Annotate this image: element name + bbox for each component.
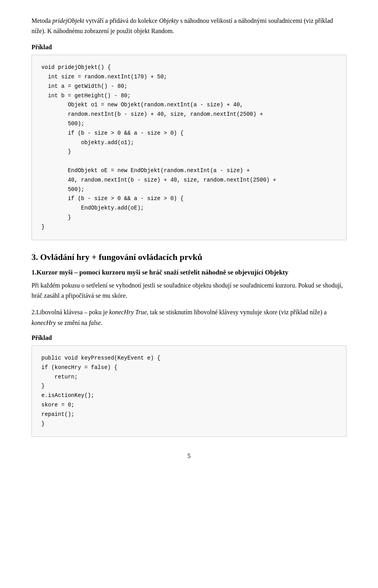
subsection1-heading: 1.Kurzor myši – pomocí kurzoru myši se h… (32, 269, 346, 276)
subsection2-text-before-italic2: tak se stisknutím libovolné klávesy vynu… (148, 309, 327, 315)
intro-paragraph: Metoda pridejObjekt vytváří a přidává do… (32, 16, 346, 36)
code-block-1-content: void pridejObjekt() { int size = random.… (41, 64, 276, 230)
subsection2-text-before-italic1: 2.Libovolná klávesa – poku je (32, 309, 109, 315)
code-block-2-content: public void keyPressed(KeyEvent e) { if … (41, 355, 160, 427)
example1-label: Příklad (32, 44, 346, 51)
subsection2-italic1: konecHry True, (109, 309, 148, 315)
intro-collection-name: Objekty (159, 17, 179, 24)
subsection2-italic2: konecHry (32, 319, 56, 326)
example2-label: Příklad (32, 334, 346, 341)
paragraph1: Při každém pokusu o setřelení se vyhodno… (32, 280, 346, 301)
section3-heading: 3. Ovládání hry + fungování ovládacích p… (32, 252, 346, 262)
intro-text-before-collection: vytváří a přidává do kolekce (84, 17, 159, 24)
intro-text-before-method: Metoda (32, 17, 52, 24)
page-number: 5 (32, 453, 346, 460)
code-block-1: void pridejObjekt() { int size = random.… (32, 55, 346, 240)
code-block-2: public void keyPressed(KeyEvent e) { if … (32, 345, 346, 437)
intro-method-name: pridejObjekt (52, 17, 84, 24)
subsection2-paragraph: 2.Libovolná klávesa – poku je konecHry T… (32, 307, 346, 328)
subsection2-text-before-italic3: se změní na (56, 319, 89, 326)
subsection2-italic3: false. (89, 319, 102, 326)
